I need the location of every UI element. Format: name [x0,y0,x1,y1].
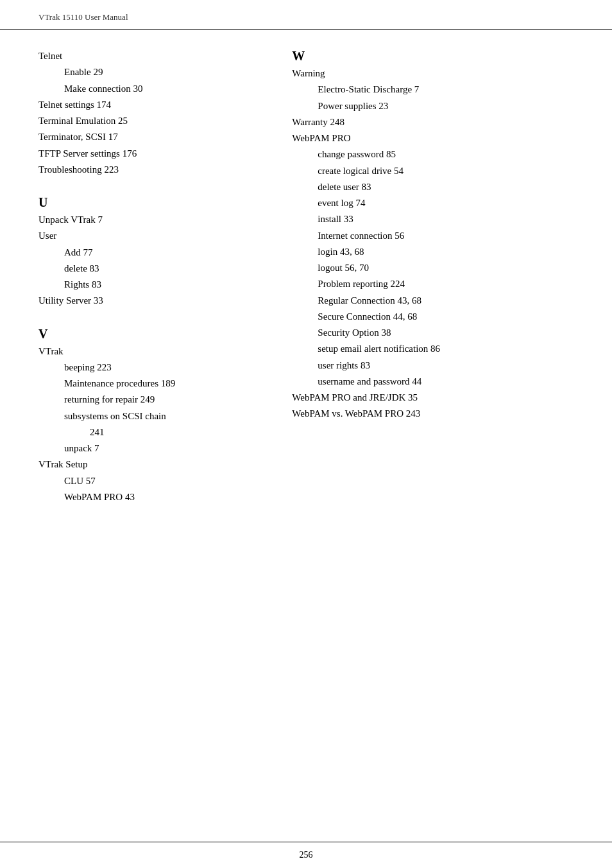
list-item: WebPAM PRO 43 [64,490,266,505]
list-item: VTrak Setup [38,457,266,472]
list-item: User [38,229,266,243]
section-letter-v: V [38,327,266,342]
list-item: Security Option 38 [318,326,574,340]
list-item: create logical drive 54 [318,164,574,178]
list-item: Maintenance procedures 189 [64,376,266,391]
list-item: Power supplies 23 [318,99,574,114]
list-item: Telnet [38,49,266,64]
list-item: change password 85 [318,147,574,162]
list-item: Telnet settings 174 [38,98,266,112]
list-item: username and password 44 [318,374,574,389]
list-item: WebPAM PRO and JRE/JDK 35 [292,390,574,405]
page-header: VTrak 15110 User Manual [0,0,612,30]
list-item: setup email alert notification 86 [318,342,574,356]
list-item: Unpack VTrak 7 [38,213,266,227]
list-item: Electro-Static Discharge 7 [318,82,574,97]
section-letter-u: U [38,195,266,210]
list-item: user rights 83 [318,358,574,373]
list-item: subsystems on SCSI chain [64,409,266,424]
list-item: Internet connection 56 [318,229,574,243]
page: VTrak 15110 User Manual Telnet Enable 29… [0,0,612,868]
list-item: unpack 7 [64,441,266,456]
list-item: TFTP Server settings 176 [38,146,266,161]
list-item: Secure Connection 44, 68 [318,309,574,324]
list-item: CLU 57 [64,474,266,489]
list-item: Warranty 248 [292,115,574,130]
list-item: VTrak [38,344,266,359]
left-column: Telnet Enable 29 Make connection 30 Teln… [38,49,279,803]
page-footer: 256 [0,842,612,868]
list-item: Warning [292,66,574,81]
header-title: VTrak 15110 User Manual [38,12,128,22]
list-item: Terminator, SCSI 17 [38,130,266,144]
page-number: 256 [300,850,313,860]
list-item: Rights 83 [64,277,266,292]
list-item: Utility Server 33 [38,293,266,308]
w-section: W Warning Electro-Static Discharge 7 Pow… [292,49,574,422]
section-letter-w: W [292,49,574,64]
list-item: Make connection 30 [64,82,266,96]
list-item: Enable 29 [64,65,266,80]
list-item: Regular Connection 43, 68 [318,293,574,308]
list-item: WebPAM vs. WebPAM PRO 243 [292,406,574,421]
list-item: 241 [90,425,266,440]
list-item: login 43, 68 [318,245,574,259]
list-item: returning for repair 249 [64,392,266,407]
list-item: beeping 223 [64,360,266,375]
list-item: WebPAM PRO [292,131,574,146]
list-item: logout 56, 70 [318,261,574,275]
list-item: Terminal Emulation 25 [38,114,266,128]
telnet-section: Telnet Enable 29 Make connection 30 Teln… [38,49,266,177]
list-item: delete user 83 [318,180,574,195]
main-content: Telnet Enable 29 Make connection 30 Teln… [0,30,612,842]
list-item: event log 74 [318,196,574,211]
list-item: Add 77 [64,245,266,260]
u-section: U Unpack VTrak 7 User Add 77 delete 83 R… [38,195,266,309]
list-item: Problem reporting 224 [318,277,574,291]
v-section: V VTrak beeping 223 Maintenance procedur… [38,327,266,505]
list-item: delete 83 [64,261,266,276]
list-item: Troubleshooting 223 [38,162,266,177]
right-column: W Warning Electro-Static Discharge 7 Pow… [279,49,574,803]
list-item: install 33 [318,212,574,227]
